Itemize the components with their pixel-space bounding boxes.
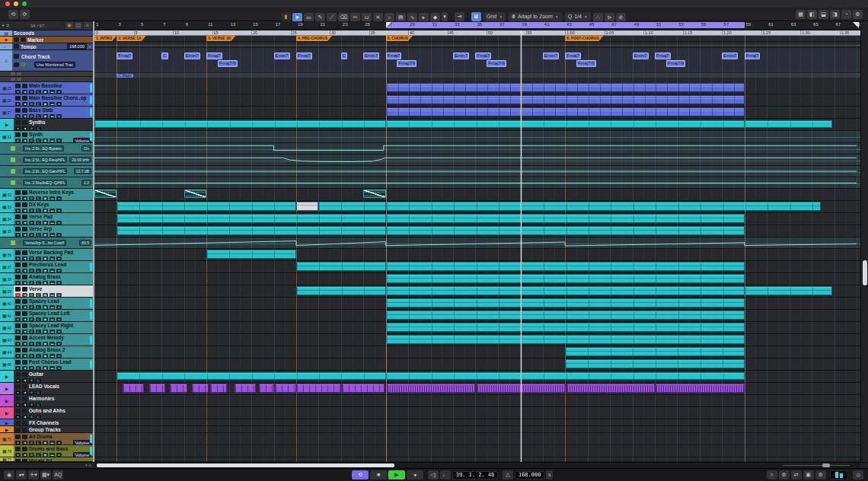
tempo-activate-button[interactable] bbox=[14, 44, 19, 49]
event-lane[interactable] bbox=[94, 189, 860, 201]
snap-icon[interactable]: ⊠ bbox=[471, 12, 481, 21]
freeze-icon[interactable]: ▣ bbox=[43, 209, 48, 212]
event-clip[interactable] bbox=[192, 384, 209, 393]
output-icon[interactable]: ⧈ bbox=[56, 102, 62, 106]
event-clip[interactable] bbox=[386, 298, 745, 307]
track-visibility-icon[interactable]: ▢ bbox=[75, 22, 82, 29]
event-clip[interactable] bbox=[565, 347, 745, 356]
lock-icon[interactable]: ⊘ bbox=[29, 139, 34, 142]
event-clip[interactable] bbox=[363, 190, 385, 198]
track-row[interactable]: ▦36Verse Backing Pad●◀⊘⊑▣▬⧈ bbox=[0, 249, 93, 261]
monitor-icon[interactable]: ◀ bbox=[22, 90, 27, 94]
event-clip[interactable] bbox=[386, 286, 745, 295]
monitor-icon[interactable]: ◀ bbox=[22, 342, 27, 346]
zoom-mode-dropdown[interactable]: ⅢAdapt to Zoom▼ bbox=[509, 12, 562, 21]
event-lane[interactable] bbox=[94, 131, 860, 143]
marker-flag[interactable]: 3. VERSE 1B bbox=[206, 36, 235, 41]
output-icon[interactable]: ⧈ bbox=[56, 354, 62, 358]
automation-lane-row[interactable]: Ins.:2:St...EQ-Gain/HFL12.7 dB bbox=[0, 166, 93, 177]
mute-button[interactable] bbox=[15, 372, 21, 377]
automation-curve[interactable] bbox=[94, 237, 860, 248]
lane-icon[interactable]: ⊑ bbox=[36, 403, 41, 406]
lane-icon[interactable]: ⊑ bbox=[36, 90, 41, 94]
edit-channel-icon[interactable]: ▬ bbox=[49, 330, 55, 333]
mute-icon[interactable]: ✕ bbox=[373, 13, 383, 22]
pre-roll-icon[interactable]: ◁) bbox=[428, 470, 439, 479]
record-enable-icon[interactable]: ● bbox=[15, 114, 21, 118]
window-zone-icon-4[interactable]: ◔ bbox=[841, 10, 851, 19]
mute-button[interactable] bbox=[15, 275, 21, 279]
event-clip[interactable] bbox=[296, 202, 318, 211]
stop-button[interactable]: ■ bbox=[370, 470, 387, 479]
event-clip[interactable] bbox=[386, 262, 745, 271]
event-lane[interactable] bbox=[94, 249, 860, 261]
event-clip[interactable] bbox=[386, 335, 745, 344]
monitor-icon[interactable]: ◀ bbox=[22, 317, 27, 321]
mute-button[interactable] bbox=[15, 336, 21, 340]
lock-icon[interactable]: ⊘ bbox=[29, 378, 34, 382]
edit-channel-icon[interactable]: ▬ bbox=[49, 293, 55, 297]
event-clip[interactable] bbox=[116, 214, 385, 223]
pin-icon[interactable]: ◉ bbox=[65, 22, 73, 29]
marker-flag[interactable]: 6. POST-CHORUS bbox=[565, 36, 603, 41]
lock-icon[interactable]: ⊘ bbox=[29, 269, 34, 272]
lock-icon[interactable]: ⊘ bbox=[29, 102, 34, 106]
write-automation-button[interactable] bbox=[17, 180, 21, 185]
record-enable-icon[interactable]: ● bbox=[15, 330, 21, 333]
track-row[interactable]: ▦34Verse Pad●◀⊘⊑▣▬⧈ bbox=[0, 213, 93, 225]
erase-icon[interactable]: ⌫ bbox=[338, 13, 349, 22]
solo-button[interactable] bbox=[22, 336, 27, 340]
lock-icon[interactable]: ⊘ bbox=[29, 354, 34, 358]
lane-icon[interactable]: ⊑ bbox=[36, 126, 41, 130]
freeze-icon[interactable]: ▣ bbox=[43, 256, 48, 260]
marker-track[interactable]: ⚑ Marker bbox=[0, 37, 93, 43]
edit-channel-icon[interactable]: ▬ bbox=[49, 269, 55, 272]
color-icon[interactable]: ◆ bbox=[430, 13, 440, 22]
solo-button[interactable] bbox=[22, 299, 27, 304]
chord-mute-button[interactable] bbox=[14, 54, 19, 59]
project-state-icon[interactable]: ▮ bbox=[281, 12, 291, 21]
metronome-icon[interactable]: △ bbox=[503, 470, 513, 479]
mute-button[interactable] bbox=[15, 120, 21, 125]
vertical-scroll-thumb[interactable] bbox=[863, 260, 867, 285]
track-row[interactable]: ▦27Bass Stab●◀⊘⊑▣▬⧈ bbox=[0, 107, 93, 119]
lane-icon[interactable]: ⊑ bbox=[36, 390, 41, 394]
record-enable-icon[interactable]: ● bbox=[15, 269, 21, 272]
track-row[interactable]: ▶Harmonies●◀⊘⊑ bbox=[0, 395, 93, 407]
record-enable-icon[interactable]: ● bbox=[15, 209, 21, 212]
event-lane[interactable] bbox=[94, 143, 860, 154]
event-clip[interactable] bbox=[386, 83, 745, 92]
freeze-icon[interactable]: ▣ bbox=[43, 139, 48, 142]
solo-button[interactable] bbox=[22, 202, 27, 207]
freeze-icon[interactable]: ▣ bbox=[43, 441, 48, 444]
mute-button[interactable] bbox=[15, 360, 21, 365]
event-lane[interactable] bbox=[94, 261, 860, 273]
lock-icon[interactable]: ⊘ bbox=[29, 233, 34, 237]
output-icon[interactable]: ⧈ bbox=[56, 342, 62, 346]
edit-channel-icon[interactable]: ▬ bbox=[49, 256, 55, 260]
event-lane[interactable] bbox=[94, 407, 860, 419]
solo-button[interactable] bbox=[22, 190, 27, 195]
mute-button[interactable] bbox=[15, 299, 21, 304]
solo-button[interactable] bbox=[22, 120, 27, 125]
status-right-icon-2[interactable]: ⇄ bbox=[791, 470, 802, 479]
track-row[interactable]: ▦39Verve●◀⊘⊑▣▬⧈ bbox=[0, 285, 93, 298]
horizontal-scrollbar[interactable] bbox=[94, 463, 860, 468]
seconds-ruler[interactable]: 05101520253035404550551:001:051:101:151:… bbox=[94, 30, 860, 36]
mute-button[interactable] bbox=[15, 96, 21, 100]
event-lane[interactable] bbox=[94, 322, 860, 334]
redo-icon[interactable]: ⟳ bbox=[20, 10, 30, 19]
chord-lane[interactable]: Fmaj7CEmin7Fmaj7Fmaj7/9Emin7Fmaj7CEmin7F… bbox=[94, 48, 860, 73]
status-right-icon-1[interactable]: ⚙ bbox=[779, 470, 790, 479]
monitor-icon[interactable]: ◀ bbox=[22, 221, 27, 225]
output-icon[interactable]: ⧈ bbox=[56, 269, 62, 272]
monitor-icon[interactable]: ◀ bbox=[22, 378, 27, 382]
event-clip[interactable] bbox=[235, 384, 256, 393]
solo-button[interactable] bbox=[22, 84, 27, 88]
window-zone-icon-5[interactable]: ⚙ bbox=[853, 10, 863, 19]
monitor-icon[interactable]: ◀ bbox=[22, 281, 27, 285]
chord-event[interactable]: Fmaj7 bbox=[386, 53, 402, 59]
record-enable-icon[interactable]: ● bbox=[15, 415, 21, 419]
record-enable-icon[interactable]: ● bbox=[15, 453, 21, 457]
event-lane[interactable] bbox=[94, 371, 860, 383]
